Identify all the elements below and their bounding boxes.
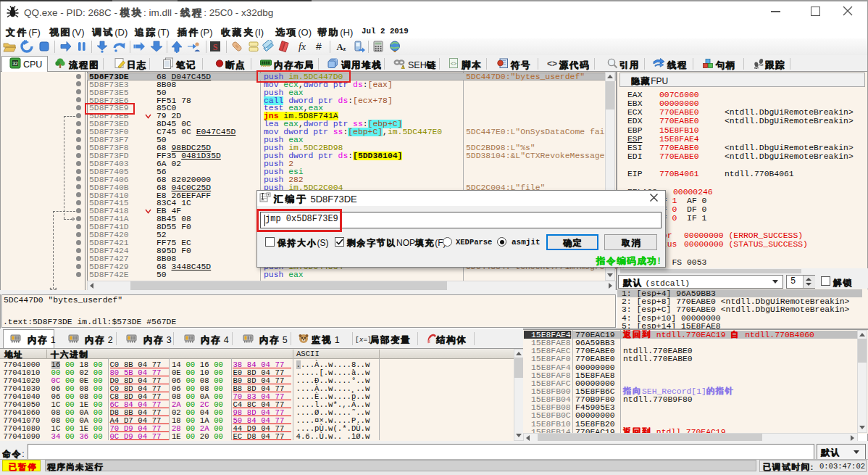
svg-text:<>: <> xyxy=(451,61,456,66)
svg-text:A: A xyxy=(336,42,343,52)
svg-text:32: 32 xyxy=(12,61,18,66)
svg-text:#: # xyxy=(316,41,322,52)
svg-text:S: S xyxy=(213,42,218,52)
svg-text:<>: <> xyxy=(547,59,557,69)
svg-text:fx: fx xyxy=(299,41,306,52)
svg-text:z: z xyxy=(343,45,346,52)
